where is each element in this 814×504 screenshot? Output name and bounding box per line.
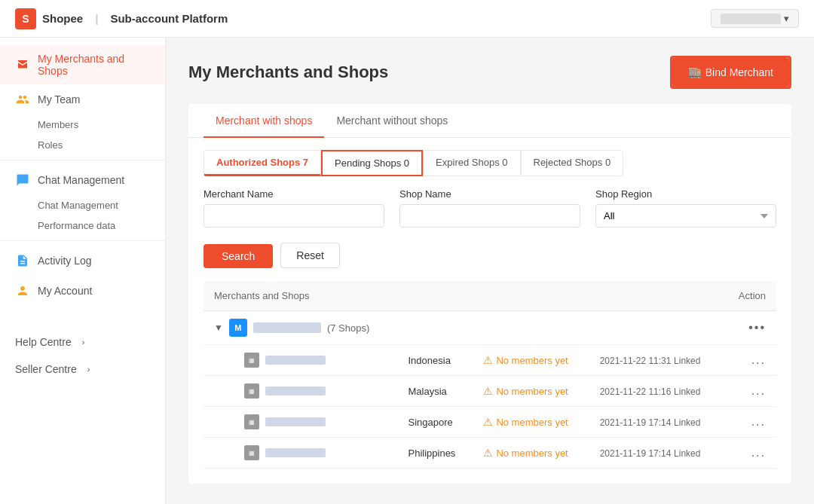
shop-more-button-0[interactable]: ... — [751, 353, 766, 367]
warning-icon: ⚠ — [483, 416, 493, 428]
reset-button[interactable]: Reset — [280, 243, 340, 268]
user-account-button[interactable]: ▾ — [711, 9, 799, 28]
merchants-table: Merchants and Shops Action ▼ — [204, 281, 776, 469]
header-divider: | — [95, 12, 98, 25]
col-timestamp — [589, 281, 724, 311]
warning-icon: ⚠ — [483, 385, 493, 397]
main-content: My Merchants and Shops 🏬 Bind Merchant M… — [166, 38, 814, 504]
sidebar-footer: Help Centre › Seller Centre › — [0, 328, 165, 383]
shop-name — [265, 356, 326, 365]
merchant-name-input[interactable] — [204, 204, 384, 228]
sidebar-sub-chat-mgmt[interactable]: Chat Management — [0, 195, 165, 215]
sidebar-chat-label: Chat Management — [38, 174, 124, 186]
no-members-badge: ⚠ No members yet — [483, 385, 578, 397]
logo-text: Shopee — [42, 12, 83, 25]
sidebar-footer-help[interactable]: Help Centre › — [0, 328, 165, 356]
sidebar-sub-members[interactable]: Members — [0, 115, 165, 135]
table-row: ▦ Singapore ⚠ No members yet — [204, 407, 776, 438]
shop-name — [265, 386, 326, 396]
shop-cell: ▦ — [214, 445, 387, 460]
no-members-badge: ⚠ No members yet — [483, 416, 578, 428]
merchant-expand: ▼ M (7 Shops) — [214, 319, 387, 337]
page-header: My Merchants and Shops 🏬 Bind Merchant — [188, 56, 791, 89]
no-members-badge: ⚠ No members yet — [483, 354, 578, 366]
store-icon — [15, 57, 30, 72]
sidebar-merchants-label: My Merchants and Shops — [38, 53, 150, 77]
shopee-logo-icon: S — [15, 8, 36, 29]
tab-merchant-with-shops[interactable]: Merchant with shops — [204, 104, 324, 137]
seller-chevron-icon: › — [87, 365, 90, 374]
tab-rejected-shops[interactable]: Rejected Shops 0 — [521, 150, 624, 176]
no-members-badge: ⚠ No members yet — [483, 447, 578, 459]
table-row: ▦ Indonesia ⚠ No members yet — [204, 345, 776, 376]
shop-region-label: Shop Region — [595, 188, 776, 200]
warning-icon: ⚠ — [483, 354, 493, 366]
shop-more-button-1[interactable]: ... — [751, 384, 766, 398]
shop-icon: ▦ — [244, 445, 259, 460]
shop-cell: ▦ — [214, 353, 387, 368]
bind-merchant-button[interactable]: 🏬 Bind Merchant — [673, 59, 788, 86]
table-body: ▼ M (7 Shops) ••• — [204, 311, 776, 469]
dropdown-icon: ▾ — [784, 13, 789, 24]
table-row: ▦ Malaysia ⚠ No members yet — [204, 376, 776, 407]
merchant-icon: M — [229, 319, 247, 337]
shop-name-input[interactable] — [399, 204, 580, 228]
bind-merchant-button-wrapper: 🏬 Bind Merchant — [670, 56, 791, 89]
shop-region-select[interactable]: All Indonesia Malaysia Singapore Philipp… — [595, 204, 776, 228]
table-header: Merchants and Shops Action — [204, 281, 776, 311]
shop-name — [265, 448, 326, 457]
sidebar-item-merchants[interactable]: My Merchants and Shops — [0, 45, 165, 84]
search-button[interactable]: Search — [204, 244, 273, 268]
shop-more-button-3[interactable]: ... — [751, 446, 766, 460]
sidebar-help-label: Help Centre — [15, 336, 72, 348]
sidebar-footer-seller[interactable]: Seller Centre › — [0, 356, 165, 383]
filters-section: Merchant Name Shop Name Shop Region All … — [188, 176, 791, 281]
activity-icon — [15, 253, 30, 268]
shop-more-button-2[interactable]: ... — [751, 415, 766, 429]
account-icon — [15, 283, 30, 298]
shop-region-filter: Shop Region All Indonesia Malaysia Singa… — [595, 188, 776, 228]
table-row: ▦ Philippines ⚠ No members yet — [204, 438, 776, 469]
bind-label: Bind Merchant — [705, 66, 773, 78]
sidebar-seller-label: Seller Centre — [15, 363, 77, 375]
shop-icon: ▦ — [244, 383, 259, 399]
shop-name-filter: Shop Name — [399, 188, 580, 228]
col-members — [473, 281, 589, 311]
merchant-name-filter: Merchant Name — [204, 188, 384, 228]
tab-authorized-shops[interactable]: Authorized Shops 7 — [204, 150, 321, 176]
col-region — [398, 281, 473, 311]
chat-icon — [15, 173, 30, 188]
page-title: My Merchants and Shops — [188, 63, 388, 82]
shop-name-label: Shop Name — [399, 188, 580, 200]
col-action: Action — [723, 281, 776, 311]
shops-count: (7 Shops) — [327, 322, 369, 334]
expand-button[interactable]: ▼ — [214, 322, 223, 333]
merchant-more-button[interactable]: ••• — [748, 321, 766, 334]
col-merchants: Merchants and Shops — [204, 281, 398, 311]
sidebar-sub-roles[interactable]: Roles — [0, 135, 165, 155]
merchant-name — [253, 322, 321, 333]
table-row: ▼ M (7 Shops) ••• — [204, 311, 776, 345]
sidebar-divider-1 — [0, 160, 165, 160]
shop-icon: ▦ — [244, 353, 259, 368]
sidebar-activity-label: Activity Log — [38, 255, 92, 267]
sidebar: My Merchants and Shops My Team Members R… — [0, 38, 166, 504]
warning-icon: ⚠ — [483, 447, 493, 459]
tab-pending-shops[interactable]: Pending Shops 0 — [321, 150, 423, 176]
team-icon — [15, 92, 30, 107]
merchant-tabs: Merchant with shops Merchant without sho… — [188, 104, 791, 138]
sidebar-item-activity[interactable]: Activity Log — [0, 246, 165, 276]
tab-expired-shops[interactable]: Expired Shops 0 — [423, 150, 520, 176]
sidebar-item-chat[interactable]: Chat Management — [0, 165, 165, 195]
layout: My Merchants and Shops My Team Members R… — [0, 38, 814, 504]
content-card: Merchant with shops Merchant without sho… — [188, 104, 791, 484]
header: S Shopee | Sub-account Platform ▾ — [0, 0, 814, 38]
sidebar-item-account[interactable]: My Account — [0, 276, 165, 306]
tab-merchant-without-shops[interactable]: Merchant without shops — [324, 104, 460, 137]
sidebar-item-team[interactable]: My Team — [0, 84, 165, 115]
shop-cell: ▦ — [214, 414, 387, 429]
logo: S Shopee | Sub-account Platform — [15, 8, 228, 29]
shop-cell: ▦ — [214, 383, 387, 399]
shop-region-3: Philippines — [398, 438, 473, 469]
sidebar-sub-perf-data[interactable]: Performance data — [0, 215, 165, 236]
